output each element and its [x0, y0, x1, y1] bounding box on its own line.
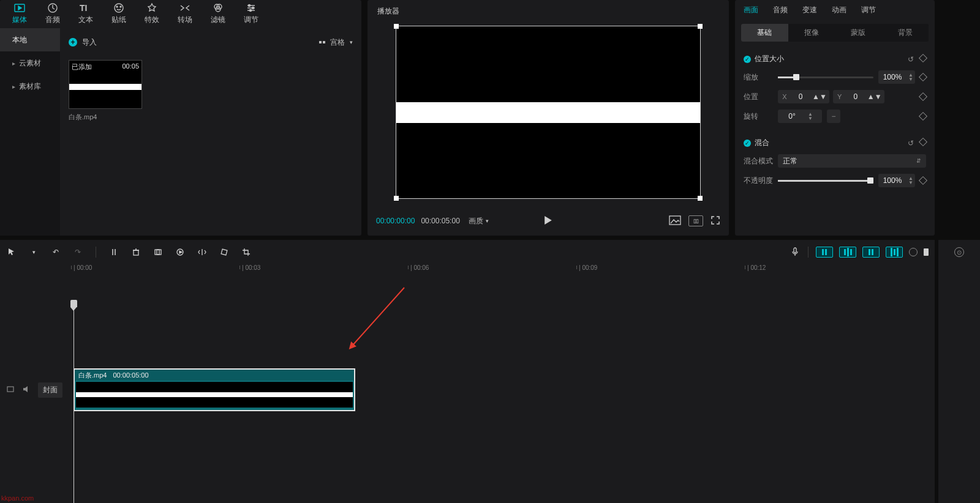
- sub-tab[interactable]: 抠像: [788, 24, 835, 42]
- keyframe-icon[interactable]: [919, 92, 927, 101]
- media-panel: 媒体音频TI文本贴纸特效转场滤镜调节 本地▸云素材▸素材库 + 导入 宫格 ▾: [0, 0, 361, 236]
- blend-mode-select[interactable]: 正常 ⇵: [778, 154, 926, 168]
- resize-handle-tr[interactable]: [698, 24, 703, 29]
- zoom-slider-knob[interactable]: [924, 248, 929, 256]
- reset-icon[interactable]: ↺: [908, 55, 914, 64]
- keyframe-icon[interactable]: [919, 53, 927, 62]
- zoom-fit-button[interactable]: ⊙: [954, 247, 964, 257]
- blend-mode-label: 混合模式: [744, 156, 773, 166]
- sidebar: 本地▸云素材▸素材库: [0, 28, 60, 236]
- ratio-button[interactable]: ▯▯: [688, 215, 703, 226]
- opacity-slider[interactable]: [778, 180, 873, 182]
- playhead[interactable]: [74, 301, 74, 503]
- opacity-label: 不透明度: [744, 176, 773, 186]
- chevron-right-icon: ▸: [12, 60, 15, 67]
- pointer-dropdown[interactable]: ▾: [28, 247, 39, 258]
- rotate-button[interactable]: [219, 247, 230, 258]
- freeze-button[interactable]: [175, 247, 186, 258]
- scale-field[interactable]: 100% ▲▼: [878, 70, 915, 84]
- keyframe-icon[interactable]: [919, 176, 927, 185]
- resize-handle-tl[interactable]: [394, 24, 399, 29]
- fullscreen-icon[interactable]: [710, 215, 720, 227]
- ruler-tick: | 00:06: [410, 264, 429, 271]
- checkbox-icon[interactable]: ✓: [744, 140, 751, 147]
- position-y-field[interactable]: Y0▲▼: [833, 90, 884, 103]
- keyframe-icon[interactable]: [919, 137, 927, 146]
- quality-dropdown[interactable]: 画质 ▾: [469, 216, 489, 226]
- svg-point-11: [250, 10, 252, 12]
- import-button[interactable]: + 导入: [69, 37, 97, 48]
- zoom-out-button[interactable]: [909, 248, 918, 256]
- prop-tab[interactable]: 变速: [802, 5, 817, 15]
- split-button[interactable]: [108, 247, 119, 258]
- opacity-field[interactable]: 100% ▲▼: [878, 174, 915, 187]
- property-subtabs: 基础抠像蒙版背景: [741, 24, 929, 42]
- snapshot-icon[interactable]: [669, 215, 681, 227]
- preview-viewport[interactable]: [396, 26, 701, 199]
- tab-adjust[interactable]: 调节: [244, 2, 258, 27]
- prop-tab[interactable]: 调节: [861, 5, 876, 15]
- tab-audio[interactable]: 音频: [45, 2, 60, 27]
- svg-rect-19: [7, 387, 13, 392]
- svg-point-3: [115, 4, 123, 12]
- play-button[interactable]: [544, 216, 552, 226]
- clip-waveform: [76, 381, 353, 409]
- crop-button[interactable]: [153, 247, 164, 258]
- keyframe-icon[interactable]: [919, 112, 927, 121]
- tab-text[interactable]: TI文本: [78, 2, 93, 27]
- added-badge: 已添加: [72, 62, 92, 72]
- resize-handle-br[interactable]: [698, 196, 703, 201]
- clip-timecode: 00:00:05:00: [113, 371, 148, 379]
- property-tabs: 画面音频变速动画调节: [735, 0, 935, 20]
- delete-button[interactable]: [130, 247, 141, 258]
- timeline-clip[interactable]: 白条.mp4 00:00:05:00: [74, 368, 355, 411]
- sidebar-item[interactable]: ▸素材库: [0, 75, 60, 98]
- resize-handle-bl[interactable]: [394, 196, 399, 201]
- crop2-button[interactable]: [241, 247, 252, 258]
- svg-point-10: [252, 7, 254, 9]
- magnet-button-3[interactable]: [862, 247, 880, 258]
- rotate-field[interactable]: 0° ▲▼: [778, 110, 822, 123]
- sub-tab[interactable]: 基础: [741, 24, 788, 42]
- tab-sticker[interactable]: 贴纸: [111, 2, 126, 27]
- media-clip[interactable]: 已添加 00:05 白条.mp4: [69, 60, 142, 122]
- pointer-tool[interactable]: [6, 247, 17, 258]
- position-x-field[interactable]: X0▲▼: [778, 90, 829, 103]
- grid-toggle[interactable]: 宫格 ▾: [319, 37, 353, 48]
- rotate-label: 旋转: [744, 111, 773, 122]
- sub-tab[interactable]: 背景: [882, 24, 929, 42]
- checkbox-icon[interactable]: ✓: [744, 56, 751, 63]
- svg-rect-13: [134, 250, 138, 255]
- scale-slider[interactable]: [778, 76, 873, 78]
- timeline-ruler[interactable]: | 00:00| 00:03| 00:06| 00:09| 00:12: [74, 264, 935, 277]
- media-icon: [13, 2, 26, 13]
- undo-button[interactable]: ↶: [50, 247, 61, 258]
- mic-icon[interactable]: [790, 247, 801, 258]
- track-mute-icon[interactable]: [22, 385, 31, 395]
- track-visibility-icon[interactable]: [6, 385, 15, 395]
- keyframe-icon[interactable]: [919, 73, 927, 81]
- rotate-reset-button[interactable]: −: [827, 110, 840, 123]
- magnet-button-4[interactable]: [886, 247, 903, 258]
- top-tab-row: 媒体音频TI文本贴纸特效转场滤镜调节: [0, 0, 361, 27]
- cover-button[interactable]: 封面: [38, 382, 62, 398]
- magnet-button-2[interactable]: [839, 247, 856, 258]
- reset-icon[interactable]: ↺: [908, 139, 914, 147]
- sub-tab[interactable]: 蒙版: [835, 24, 882, 42]
- sidebar-item[interactable]: ▸云素材: [0, 51, 60, 75]
- redo-button[interactable]: ↷: [72, 247, 83, 258]
- section-blend: 混合: [755, 138, 769, 148]
- prop-tab[interactable]: 画面: [744, 5, 758, 15]
- tab-trans[interactable]: 转场: [178, 2, 192, 27]
- tab-fx[interactable]: 特效: [145, 2, 159, 27]
- mirror-button[interactable]: [197, 247, 208, 258]
- prop-tab[interactable]: 动画: [832, 5, 846, 15]
- prop-tab[interactable]: 音频: [773, 5, 788, 15]
- tab-filter[interactable]: 滤镜: [211, 2, 225, 27]
- magnet-button-1[interactable]: [816, 247, 833, 258]
- sidebar-item[interactable]: 本地: [0, 28, 60, 51]
- grid-icon: [319, 41, 325, 43]
- tab-media[interactable]: 媒体: [12, 2, 27, 27]
- clip-title: 白条.mp4: [78, 371, 107, 380]
- ruler-tick: | 00:09: [579, 264, 597, 271]
